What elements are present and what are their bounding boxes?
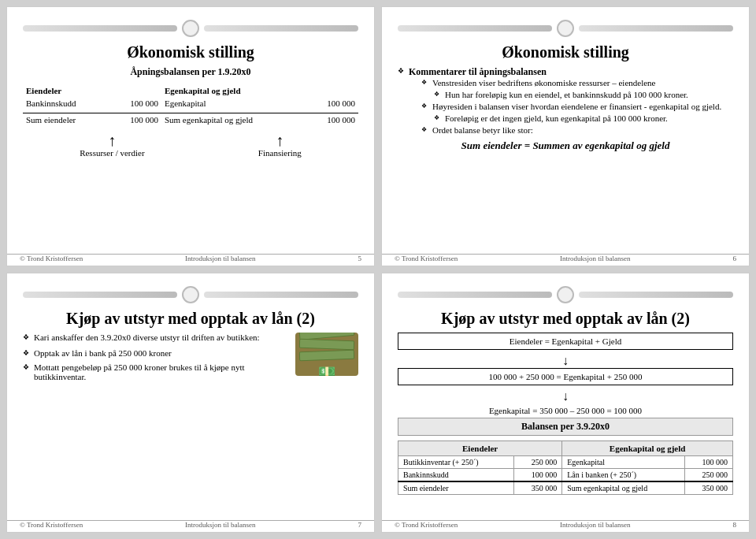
- sum-col2-val: 100 000: [306, 113, 358, 127]
- footer-left2: © Trond Kristoffersen: [395, 255, 458, 262]
- bullet-item-3: Ordet balanse betyr like stor:: [421, 125, 733, 135]
- ribbon-line-right2: [579, 25, 733, 32]
- row1-col1-val: 100 000: [109, 97, 161, 110]
- sub-bullets: Venstresiden viser bedriftens økonomiske…: [409, 78, 733, 135]
- ribbon-line-left: [23, 25, 177, 32]
- table-row-sum: Sum eiendeler 350 000 Sum egenkapital og…: [398, 481, 733, 495]
- bullet-item-1: Venstresiden viser bedriftens økonomiske…: [421, 78, 733, 87]
- table-header-row: Eiendeler Egenkapital og gjeld: [398, 441, 733, 456]
- sum-equation: Sum eiendeler = Summen av egenkapital og…: [398, 139, 733, 152]
- table-row-1: Butikkinventar (+ 250´) 250 000 Egenkapi…: [398, 456, 733, 469]
- footer-left: © Trond Kristoffersen: [20, 255, 83, 262]
- col1-header: Eiendeler: [23, 84, 109, 97]
- slide4-footer: © Trond Kristoffersen Introduksjon til b…: [382, 520, 749, 529]
- s4-sum-c1-val: 350 000: [513, 481, 561, 495]
- s4-r1-c1-label: Butikkinventar (+ 250´): [398, 456, 514, 469]
- balance-title: Balansen per 3.9.20x0: [398, 418, 733, 436]
- arrows-row: ↑ Ressurser / verdier ↑ Finansiering: [23, 132, 358, 158]
- slide2-footer: © Trond Kristoffersen Introduksjon til b…: [382, 254, 749, 262]
- arrow-down-2: ↓: [398, 388, 733, 403]
- slide3-sub-bullets: Opptak av lån i bank på 250 000 kroner M…: [23, 348, 358, 381]
- ribbon-line-left4: [398, 292, 552, 298]
- footer-center3: Introduksjon til balansen: [185, 521, 256, 529]
- ribbon-line-left2: [398, 25, 552, 32]
- footer-left4: © Trond Kristoffersen: [395, 521, 458, 529]
- table-row-sum: Sum eiendeler 100 000 Sum egenkapital og…: [23, 113, 358, 127]
- slide3-title: Kjøp av utstyr med opptak av lån (2): [23, 310, 358, 328]
- slide-3: Kjøp av utstyr med opptak av lån (2) 💵 K…: [6, 273, 375, 533]
- footer-right2: 6: [733, 255, 737, 262]
- s4-r1-c1-val: 250 000: [513, 456, 561, 469]
- slide-4: Kjøp av utstyr med opptak av lån (2) Eie…: [381, 273, 750, 533]
- slide3-intro: Kari anskaffer den 3.9.20x0 diverse utst…: [23, 333, 358, 342]
- ribbon-line-left3: [23, 292, 177, 298]
- ribbon-circle3: [182, 286, 199, 303]
- footer-center2: Introduksjon til balansen: [560, 255, 631, 262]
- equation2: 100 000 + 250 000 = Egenkapital + 250 00…: [398, 368, 733, 385]
- ribbon-line-right: [204, 25, 358, 32]
- slide3-ribbon: [23, 286, 358, 303]
- col2-header-spacer: [306, 84, 358, 97]
- ribbon-line-right3: [204, 292, 358, 298]
- table-row-2: Bankinnskudd 100 000 Lån i banken (+ 250…: [398, 469, 733, 482]
- col1-header-spacer: [109, 84, 161, 97]
- arrow-financing-label: Finansiering: [258, 148, 302, 158]
- slide3-bullet-2: Mottatt pengebeløp på 250 000 kroner bru…: [23, 362, 358, 381]
- slide2-main-bullet: Kommentarer til åpningsbalansen Venstres…: [398, 66, 733, 135]
- arrow-resources-label: Ressurser / verdier: [80, 148, 144, 158]
- kommentarer-label: Kommentarer til åpningsbalansen: [409, 66, 547, 77]
- sub-sub-bullets2: Foreløpig er det ingen gjeld, kun egenka…: [421, 113, 733, 123]
- s4-r2-c1-label: Bankinnskudd: [398, 469, 514, 482]
- slide2-ribbon: [398, 20, 733, 37]
- ribbon-line-right4: [579, 292, 733, 298]
- ribbon-circle2: [557, 20, 574, 37]
- footer-left3: © Trond Kristoffersen: [20, 521, 83, 529]
- main-bullet-item: Kommentarer til åpningsbalansen Venstres…: [398, 66, 733, 135]
- slide1-title: Økonomisk stilling: [23, 43, 358, 61]
- arrow-down-1: ↓: [398, 353, 733, 368]
- footer-right: 5: [358, 255, 362, 262]
- slide3-bullets: Kari anskaffer den 3.9.20x0 diverse utst…: [23, 333, 358, 342]
- footer-right3: 7: [358, 521, 362, 529]
- arrow-up-icon-2: ↑: [276, 132, 284, 148]
- sum-col1-val: 100 000: [109, 113, 161, 127]
- footer-center: Introduksjon til balansen: [185, 255, 256, 262]
- slide3-bullet-1: Opptak av lån i bank på 250 000 kroner: [23, 348, 358, 358]
- s4-sum-c1-label: Sum eiendeler: [398, 481, 514, 495]
- s4-r1-c2-label: Egenkapital: [562, 456, 684, 469]
- row1-col2-val: 100 000: [306, 97, 358, 110]
- slide-2: Økonomisk stilling Kommentarer til åpnin…: [381, 6, 750, 266]
- arrow-financing: ↑ Finansiering: [258, 132, 302, 158]
- arrow-resources: ↑ Ressurser / verdier: [80, 132, 144, 158]
- footer-center4: Introduksjon til balansen: [560, 521, 631, 529]
- slide4-balance-table: Eiendeler Egenkapital og gjeld Butikkinv…: [398, 440, 733, 495]
- slide2-title: Økonomisk stilling: [398, 43, 733, 61]
- sum-equation-text: Sum eiendeler = Summen av egenkapital og…: [461, 139, 670, 151]
- arrow-up-icon: ↑: [108, 132, 116, 148]
- ribbon-circle: [182, 20, 199, 37]
- s4-sum-c2-label: Sum egenkapital og gjeld: [562, 481, 684, 495]
- s4-r2-c1-val: 100 000: [513, 469, 561, 482]
- s4-r2-c2-val: 250 000: [684, 469, 733, 482]
- slide4-col2-header: Egenkapital og gjeld: [562, 441, 733, 456]
- s4-sum-c2-val: 350 000: [684, 481, 733, 495]
- slide4-col1-header: Eiendeler: [398, 441, 562, 456]
- bullet-item-1a: Hun har foreløpig kun en eiendel, et ban…: [434, 90, 733, 99]
- ribbon-circle4: [557, 286, 574, 303]
- slide1-subtitle: Åpningsbalansen per 1.9.20x0: [23, 66, 358, 78]
- bullet-item-2: Høyresiden i balansen viser hvordan eien…: [421, 102, 733, 111]
- equation3: Egenkapital = 350 000 – 250 000 = 100 00…: [398, 406, 733, 415]
- row1-col1-label: Bankinnskudd: [23, 97, 109, 110]
- row1-col2-label: Egenkapital: [161, 97, 306, 110]
- slide1-balance-table: Eiendeler Egenkapital og gjeld Bankinnsk…: [23, 84, 358, 126]
- slide4-ribbon: [398, 286, 733, 303]
- col2-header: Egenkapital og gjeld: [161, 84, 306, 97]
- sum-col1-label: Sum eiendeler: [23, 113, 109, 127]
- table-row: Bankinnskudd 100 000 Egenkapital 100 000: [23, 97, 358, 110]
- footer-right4: 8: [733, 521, 737, 529]
- sum-col2-label: Sum egenkapital og gjeld: [161, 113, 306, 127]
- slide4-title: Kjøp av utstyr med opptak av lån (2): [398, 310, 733, 328]
- slide1-ribbon: [23, 20, 358, 37]
- s4-r1-c2-val: 100 000: [684, 456, 733, 469]
- slide3-footer: © Trond Kristoffersen Introduksjon til b…: [7, 520, 374, 529]
